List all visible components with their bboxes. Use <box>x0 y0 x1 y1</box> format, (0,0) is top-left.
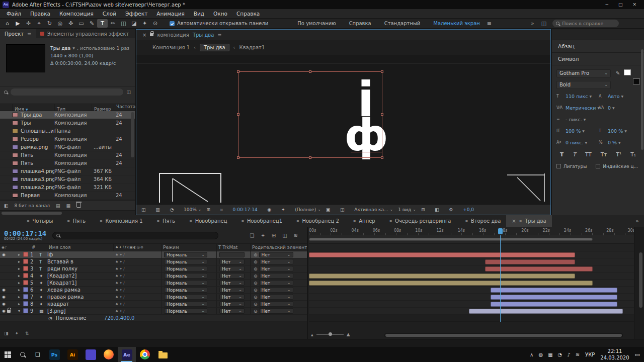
tool-icon[interactable]: ⌂ <box>2 19 13 28</box>
selected-item-name[interactable]: Тры два <box>50 45 70 51</box>
viewer-toolbar-item[interactable]: ▥ ⌄ <box>155 207 165 212</box>
breadcrumb-item[interactable]: Композиция 1 <box>152 45 190 50</box>
leading-field[interactable]: A Авто ▼ <box>599 94 639 99</box>
layer-duration-bar[interactable] <box>491 302 618 307</box>
layer-row[interactable]: ◉ ▸ 4 ✦ [Квадрат2] ♠✦∕ Нормаль ⌄ <box>0 273 307 280</box>
selection-handle[interactable] <box>237 113 239 116</box>
checkbox-icon[interactable] <box>596 164 600 168</box>
current-time-indicator-line[interactable] <box>500 235 501 322</box>
filter-icon[interactable]: ◫ <box>126 89 131 95</box>
menu-item[interactable]: Композиция <box>55 9 98 19</box>
workspace-menu-icon[interactable]: ≡ <box>487 20 492 27</box>
font-size-field[interactable]: T 110 пикс ▼ <box>556 94 597 99</box>
parent-select[interactable]: Нет ⌄ <box>259 266 293 272</box>
layer-name[interactable]: квадрат <box>47 301 113 307</box>
layer-name[interactable]: Вставай в <box>47 259 113 264</box>
tab-project[interactable]: Проект ≡ <box>0 29 36 38</box>
eye-icon[interactable]: ◉ <box>2 295 6 299</box>
parent-select[interactable]: Нет ⌄ <box>259 273 293 279</box>
layer-duration-bar[interactable] <box>309 274 575 279</box>
tool-icon[interactable]: ✎ <box>87 19 97 28</box>
layer-switches[interactable]: ♠✦∕ <box>113 281 161 285</box>
timeline-tab[interactable]: ▪ Очередь рендеринга <box>381 215 457 227</box>
workspace-tab[interactable]: Стандартный <box>384 21 421 26</box>
parent-select[interactable]: Нет ⌄ <box>259 259 293 264</box>
timeline-header-icon[interactable]: ≋ <box>294 233 298 238</box>
layer-switches[interactable]: ♠✦∕ <box>113 309 161 313</box>
tray-icon[interactable]: ◔ <box>558 352 562 357</box>
label-color-swatch[interactable] <box>23 259 28 264</box>
track-row[interactable] <box>309 301 635 308</box>
baseline-shift-field[interactable]: Aª 0 пикс. ▼ <box>556 140 597 145</box>
blend-mode-select[interactable]: Нормаль ⌄ <box>164 252 207 257</box>
viewer-toolbar-item[interactable]: 0:00:17:14 ⌄ <box>232 207 262 212</box>
timeline-tab[interactable]: ▪ Новобранец <box>181 215 232 227</box>
item-name[interactable]: плашка2.png <box>21 185 54 190</box>
timeline-tab[interactable]: ▪ Композиция 1 <box>91 215 148 227</box>
paragraph-panel-tab[interactable]: Абзац <box>552 40 644 53</box>
layer-name[interactable]: правая рамка <box>47 294 113 300</box>
overflow-chevrons-icon[interactable]: » <box>531 20 533 27</box>
selection-handle[interactable] <box>309 70 311 73</box>
faux-style-button[interactable]: T <box>573 151 576 157</box>
pickwhip-icon[interactable]: ⊚ <box>254 309 258 314</box>
faux-style-button[interactable]: T <box>560 151 564 157</box>
composition-canvas[interactable]: і ф <box>136 55 550 204</box>
trash-icon[interactable] <box>76 203 81 208</box>
viewer-toolbar-item[interactable]: ▣ ⌄ <box>326 207 335 212</box>
close-button[interactable]: ✕ <box>632 2 636 7</box>
pickwhip-icon[interactable]: ⊚ <box>254 288 258 293</box>
fill-color-swatches[interactable] <box>623 68 640 85</box>
layer-row[interactable]: ◉ ▸ 7 ✦ правая рамка ♠✦∕ Нормаль ⌄ <box>0 294 307 301</box>
layer-duration-bar[interactable] <box>491 288 618 293</box>
layer-row[interactable]: ◉ ▸ 2 T Вставай в ♠✦∕ Нормаль ⌄ <box>0 258 307 265</box>
menu-item[interactable]: Слой <box>98 9 121 19</box>
pickwhip-icon[interactable]: ⊚ <box>254 281 258 286</box>
trkmat-select[interactable]: Нет ⌄ <box>219 308 245 314</box>
layer-name[interactable]: [Квадрат1] <box>47 280 113 286</box>
tool-icon[interactable]: ◫ <box>118 19 129 28</box>
selection-handle[interactable] <box>237 156 239 159</box>
vertical-scale-field[interactable]: IT 100 % ▼ <box>556 128 597 134</box>
text-layer-selection-box[interactable] <box>238 71 382 158</box>
layer-switches[interactable]: ♠✦∕ <box>113 288 161 292</box>
tray-icon[interactable]: ♪ <box>567 352 570 357</box>
timeline-vscrollbar[interactable] <box>639 252 642 308</box>
project-row[interactable]: плашка4.png PNG-файл 367 КБ <box>0 167 135 175</box>
viewer-toolbar-item[interactable]: +0,0 ⌄ <box>463 207 479 212</box>
taskbar-app-button[interactable] <box>82 347 100 362</box>
trkmat-select[interactable]: Нет ⌄ <box>219 301 245 307</box>
parent-select[interactable]: Нет ⌄ <box>259 287 293 293</box>
timeline-tab[interactable]: ▪ Пять <box>148 215 181 227</box>
project-row[interactable]: Первая Композиция 24 <box>0 192 135 200</box>
timeline-toggle-icon[interactable]: ✦ <box>15 331 19 336</box>
tool-icon[interactable]: ✜ <box>65 19 76 28</box>
timeline-header-icon[interactable]: ◫ <box>282 233 287 238</box>
item-name[interactable]: Пять <box>21 152 33 158</box>
new-composition-icon[interactable]: ▦ <box>66 203 70 208</box>
trkmat-select[interactable]: Нет ⌄ <box>219 259 245 264</box>
viewer-toolbar-item[interactable]: ⚙ ⌄ <box>449 207 458 212</box>
tool-icon[interactable]: ✦ <box>139 19 150 28</box>
breadcrumb-item[interactable]: Тры два <box>200 44 229 51</box>
blend-mode-select[interactable]: Нормаль ⌄ <box>164 294 207 300</box>
blend-mode-select[interactable]: Нормаль ⌄ <box>164 301 207 307</box>
timeline-tab[interactable]: ▪ Новобранец1 <box>232 215 288 227</box>
layer-row[interactable]: ◉ ▾ 9 ▦ [3.png] ♠✦∕ Нормаль ⌄ <box>0 308 307 315</box>
taskbar-clock[interactable]: 22:11 24.03.2020 <box>600 348 629 361</box>
trkmat-select[interactable]: Нет ⌄ <box>219 273 245 279</box>
timeline-tab[interactable]: ▪ Пять <box>58 215 91 227</box>
pickwhip-icon[interactable]: ⊚ <box>254 302 258 307</box>
label-color-swatch[interactable] <box>23 294 28 299</box>
item-name[interactable]: Пять <box>21 160 33 166</box>
trkmat-select[interactable]: Нет ⌄ <box>219 280 245 286</box>
layer-name[interactable]: ряди полку <box>47 266 113 272</box>
eye-icon[interactable]: ◉ <box>2 253 6 257</box>
parent-select[interactable]: Нет ⌄ <box>259 294 293 300</box>
tool-icon[interactable]: ⌖ <box>34 19 44 28</box>
task-view-button[interactable]: ❏ <box>30 347 45 362</box>
blend-mode-select[interactable]: Нормаль ⌄ <box>164 287 207 293</box>
character-panel-tab[interactable]: Символ <box>552 53 644 65</box>
proportional-spacing-field[interactable]: % 0 % ▼ <box>599 140 639 145</box>
project-row[interactable]: Резерв Композиция 24 <box>0 135 135 143</box>
